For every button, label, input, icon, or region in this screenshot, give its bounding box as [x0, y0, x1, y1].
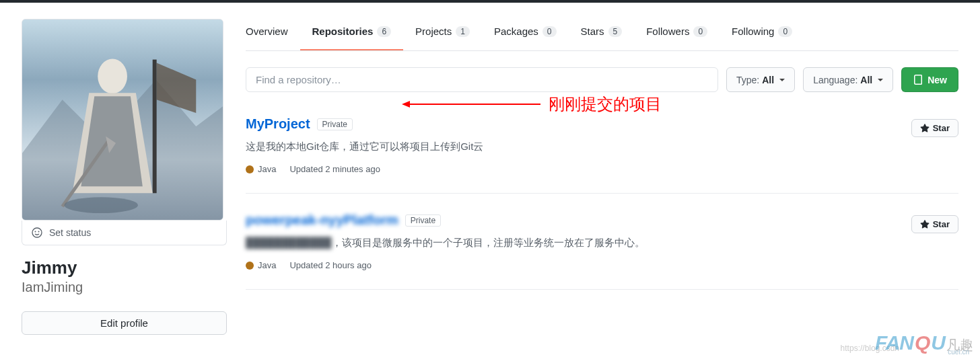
lang-dot-icon	[246, 165, 254, 173]
repo-updated: Updated 2 minutes ago	[289, 164, 380, 174]
tab-label: Followers	[646, 26, 689, 37]
new-label: New	[928, 75, 947, 85]
type-filter-button[interactable]: Type: All	[726, 67, 795, 92]
tab-projects[interactable]: Projects 1	[403, 19, 482, 50]
tab-followers[interactable]: Followers 0	[634, 19, 720, 50]
arrow-icon	[400, 97, 542, 111]
star-button[interactable]: Star	[911, 119, 958, 137]
tab-count: 5	[608, 26, 623, 37]
repo-desc-blurred: ████████████	[246, 237, 332, 248]
new-repo-button[interactable]: New	[901, 67, 958, 92]
repo-updated: Updated 2 hours ago	[289, 260, 371, 270]
repo-item: powerpeak-nyyPlatform Private ██████████…	[246, 194, 958, 290]
repo-icon	[913, 75, 923, 85]
repo-meta: Java Updated 2 hours ago	[246, 260, 958, 270]
svg-point-6	[65, 197, 138, 213]
tab-count: 0	[778, 26, 792, 37]
tab-stars[interactable]: Stars 5	[569, 19, 635, 50]
repo-head: powerpeak-nyyPlatform Private	[246, 212, 958, 228]
svg-point-8	[35, 231, 36, 233]
annotation: 刚刚提交的项目	[400, 93, 662, 115]
repo-description: 这是我的本地Git仓库，通过它可以将项目上传到Git云	[246, 138, 958, 155]
lang-dot-icon	[246, 262, 254, 270]
filter-value: All	[860, 75, 872, 85]
star-icon	[920, 124, 930, 133]
repo-language: Java	[246, 260, 276, 270]
watermark-text: FAN	[875, 331, 913, 335]
tab-count: 6	[377, 26, 391, 37]
page-container: Set status Jimmy IamJiming Edit profile …	[0, 3, 980, 335]
main-content: Overview Repositories 6 Projects 1 Packa…	[246, 19, 958, 335]
star-label: Star	[933, 123, 950, 133]
smiley-icon	[32, 227, 42, 238]
avatar-image	[22, 19, 223, 220]
watermark: FANQU 凡趣	[875, 331, 973, 335]
language-filter-button[interactable]: Language: All	[803, 67, 893, 92]
repo-head: MyProject Private	[246, 116, 958, 132]
repo-desc-text: ，该项目是微服务中的一个子项目，注册等业务统一放在了服务中心。	[332, 237, 645, 248]
filter-label: Type:	[736, 75, 759, 85]
star-icon	[920, 220, 930, 229]
filter-label: Language:	[813, 75, 858, 85]
tab-overview[interactable]: Overview	[246, 19, 300, 50]
repo-meta: Java Updated 2 minutes ago	[246, 164, 958, 174]
filter-row: Type: All Language: All New	[246, 67, 958, 92]
tab-label: Packages	[494, 26, 538, 37]
tab-label: Following	[732, 26, 774, 37]
caret-icon	[779, 79, 785, 81]
svg-point-7	[32, 228, 42, 237]
tab-label: Repositories	[312, 26, 374, 37]
watermark-text: U	[931, 331, 945, 335]
visibility-badge: Private	[317, 118, 353, 130]
svg-point-3	[98, 59, 127, 94]
star-label: Star	[933, 219, 950, 229]
status-text: Set status	[49, 227, 91, 238]
annotation-text: 刚刚提交的项目	[549, 93, 662, 115]
search-input[interactable]	[246, 67, 718, 92]
edit-profile-button[interactable]: Edit profile	[22, 311, 227, 335]
profile-username: IamJiming	[22, 280, 227, 295]
star-button[interactable]: Star	[911, 215, 958, 233]
repo-language: Java	[246, 164, 276, 174]
svg-marker-11	[402, 101, 410, 108]
svg-rect-2	[153, 60, 157, 194]
watermark-text: Q	[915, 331, 930, 335]
tab-count: 0	[542, 26, 557, 37]
tab-label: Projects	[415, 26, 452, 37]
lang-name: Java	[258, 164, 276, 174]
profile-sidebar: Set status Jimmy IamJiming Edit profile	[22, 19, 227, 335]
visibility-badge: Private	[405, 214, 441, 227]
tab-count: 0	[693, 26, 707, 37]
repo-name-link[interactable]: MyProject	[246, 116, 310, 132]
repo-description: ████████████，该项目是微服务中的一个子项目，注册等业务统一放在了服务…	[246, 235, 958, 251]
svg-point-9	[38, 231, 40, 233]
lang-name: Java	[258, 260, 276, 270]
set-status-button[interactable]: Set status	[22, 221, 227, 245]
profile-name: Jimmy	[22, 257, 227, 278]
profile-tabs: Overview Repositories 6 Projects 1 Packa…	[246, 19, 958, 51]
repo-name-link[interactable]: powerpeak-nyyPlatform	[246, 212, 398, 228]
tab-packages[interactable]: Packages 0	[482, 19, 569, 50]
caret-icon	[878, 79, 883, 81]
tab-label: Stars	[581, 26, 604, 37]
tab-repositories[interactable]: Repositories 6	[300, 19, 404, 50]
avatar[interactable]	[22, 19, 223, 221]
repo-item: 刚刚提交的项目 MyProject Private 这是我的本地Git仓库，通过…	[246, 97, 958, 194]
tab-count: 1	[456, 26, 470, 37]
tab-label: Overview	[246, 26, 288, 37]
filter-value: All	[762, 75, 774, 85]
tab-following[interactable]: Following 0	[720, 19, 804, 50]
